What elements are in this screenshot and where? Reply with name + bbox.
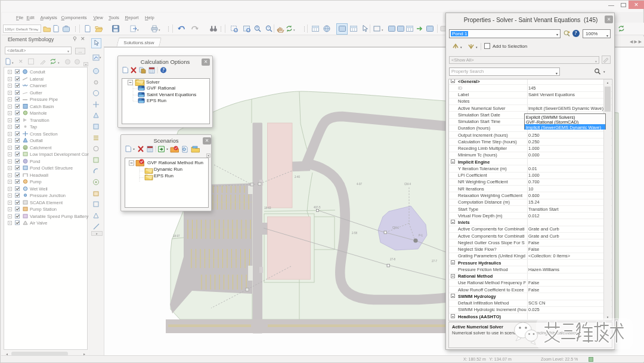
svg-text:CM-4: CM-4: [404, 183, 411, 186]
svg-text:18-63: 18-63: [264, 207, 271, 210]
svg-text:2-40: 2-40: [295, 176, 301, 179]
svg-text:18-97: 18-97: [173, 235, 180, 238]
svg-text:2-58: 2-58: [352, 232, 358, 235]
svg-text:27-8: 27-8: [390, 258, 396, 261]
svg-text:P-1: P-1: [419, 234, 423, 237]
svg-text:497-5: 497-5: [314, 206, 321, 209]
svg-text:+: +: [256, 26, 258, 30]
svg-text:?: ?: [162, 67, 165, 73]
svg-text:−: −: [267, 26, 270, 30]
svg-text:CM-1: CM-1: [392, 226, 399, 229]
svg-text:@: @: [24, 146, 27, 149]
svg-text:4-97: 4-97: [357, 183, 363, 186]
svg-text:27-7: 27-7: [432, 260, 438, 263]
